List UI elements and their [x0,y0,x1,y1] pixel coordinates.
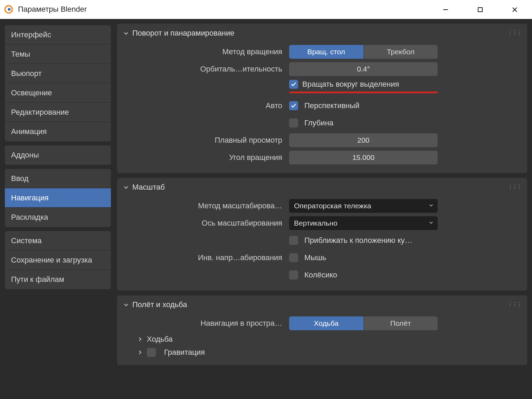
invert-zoom-label: Инв. напр…абирования [123,253,289,262]
sidebar-tab-saveload[interactable]: Сохранение и загрузка [5,250,111,270]
panel-grip-icon[interactable] [507,183,521,190]
chevron-down-icon[interactable] [123,184,129,190]
sidebar-tab-themes[interactable]: Темы [5,45,111,64]
panel-grip-icon[interactable] [507,301,521,307]
chevron-right-icon [137,350,143,355]
preferences-sidebar: Интерфейс Темы Вьюпорт Освещение Редакти… [0,19,116,399]
sidebar-tab-keymap[interactable]: Раскладка [5,208,111,227]
panel-title: Масштаб [132,183,165,192]
sidebar-tab-navigation[interactable]: Навигация [5,188,111,208]
zoom-to-mouse-label: Приближать к положению ку… [304,236,412,245]
invert-mouse-checkbox[interactable] [289,253,298,262]
walk-subpanel-label: Ходьба [147,335,173,344]
invert-mouse-label: Мышь [304,253,326,262]
zoom-to-mouse-checkbox[interactable] [289,236,298,245]
sidebar-tab-filepaths[interactable]: Пути к файлам [5,270,111,289]
orbit-pan-panel: Поворот и панарамирование Метод вращения… [117,24,527,173]
invert-wheel-label: Колёсико [304,270,337,279]
panel-grip-icon[interactable] [507,29,521,36]
zoom-method-select[interactable]: Операторская тележка [289,199,438,213]
chevron-down-icon [429,220,434,226]
chevron-right-icon [137,336,143,342]
smooth-view-field[interactable]: 200 [289,133,438,147]
orbit-method-toggle: Вращ. стол Трекбол [289,45,438,59]
gravity-subpanel-header[interactable]: Гравитация [123,346,521,359]
sidebar-tab-input[interactable]: Ввод [5,169,111,188]
sidebar-tab-addons[interactable]: Аддоны [5,145,111,165]
maximize-button[interactable] [463,0,497,19]
view-navigation-toggle: Ходьба Полёт [289,316,438,330]
orbit-method-turntable[interactable]: Вращ. стол [289,45,364,59]
sidebar-tab-editing[interactable]: Редактирование [5,103,111,122]
auto-depth-checkbox[interactable] [289,118,298,127]
view-navigation-label: Навигация в простра… [123,319,289,328]
sidebar-tab-system[interactable]: Система [5,231,111,250]
orbit-method-trackball[interactable]: Трекбол [364,45,438,59]
chevron-down-icon[interactable] [123,30,129,36]
sidebar-tab-interface[interactable]: Интерфейс [5,25,111,45]
titlebar: Параметры Blender [0,0,532,19]
annotation-underline [289,92,438,93]
svg-point-1 [8,8,11,11]
window-title: Параметры Blender [18,5,87,14]
chevron-down-icon [429,203,434,209]
orbit-sensitivity-label: Орбиталь…ительность [123,65,289,74]
rotation-angle-field[interactable]: 15.000 [289,151,438,164]
auto-perspective-label: Перспективный [304,101,360,110]
svg-rect-3 [478,8,482,12]
chevron-down-icon[interactable] [123,302,129,307]
view-navigation-fly[interactable]: Полёт [364,316,438,330]
zoom-axis-label: Ось масштабирования [123,219,289,228]
zoom-axis-select[interactable]: Вертикально [289,216,438,230]
gravity-label: Гравитация [164,348,205,357]
auto-label: Авто [123,101,289,110]
auto-depth-label: Глубина [304,118,333,127]
gravity-checkbox[interactable] [147,348,156,357]
sidebar-tab-lights[interactable]: Освещение [5,83,111,103]
sidebar-tab-animation[interactable]: Анимация [5,122,111,141]
walk-subpanel-header[interactable]: Ходьба [123,333,521,346]
fly-walk-panel: Полёт и ходьба Навигация в простра… Ходь… [117,295,527,365]
zoom-method-label: Метод масштабирова… [123,201,289,210]
sidebar-tab-viewport[interactable]: Вьюпорт [5,64,111,83]
panel-title: Полёт и ходьба [132,300,187,309]
orbit-sensitivity-field[interactable]: 0.4° [289,62,438,76]
orbit-around-selection-checkbox[interactable] [289,80,298,89]
invert-wheel-checkbox[interactable] [289,270,298,279]
orbit-method-label: Метод вращения [123,47,289,56]
blender-logo-icon [4,5,13,14]
minimize-button[interactable] [428,0,463,19]
zoom-panel: Масштаб Метод масштабирова… Операторская… [117,178,527,291]
orbit-around-selection-label: Вращать вокруг выделения [302,80,399,89]
close-button[interactable] [497,0,532,19]
auto-perspective-checkbox[interactable] [289,101,298,110]
smooth-view-label: Плавный просмотр [123,136,289,145]
panel-title: Поворот и панарамирование [132,29,235,38]
window-controls [428,0,532,19]
preferences-content: Поворот и панарамирование Метод вращения… [116,19,532,399]
view-navigation-walk[interactable]: Ходьба [289,316,364,330]
rotation-angle-label: Угол вращения [123,153,289,162]
